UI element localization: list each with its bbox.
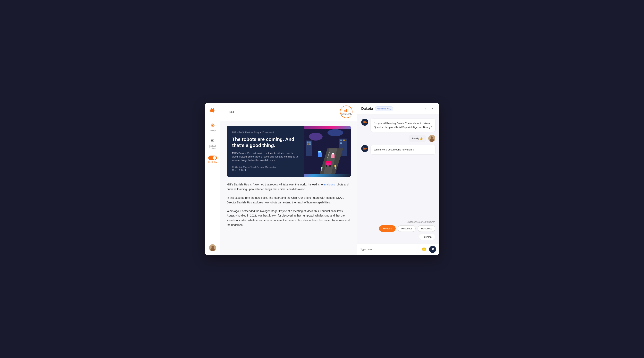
send-icon	[431, 248, 434, 251]
svg-rect-51	[364, 121, 364, 123]
emoji-button[interactable]: 🙂	[421, 246, 427, 252]
svg-rect-24	[309, 142, 311, 143]
svg-rect-60	[364, 147, 364, 150]
svg-rect-13	[344, 110, 344, 112]
svg-rect-9	[211, 142, 213, 142]
close-panel-button[interactable]: ✕	[430, 106, 435, 112]
sidebar-item-toc[interactable]: Table of Contents	[205, 136, 220, 152]
sidebar: Activity Table of Contents Highlights	[205, 103, 220, 255]
svg-rect-55	[366, 122, 366, 123]
activity-icon	[210, 122, 216, 128]
chat-input-area: 🙂	[357, 243, 439, 255]
svg-rect-26	[309, 144, 311, 144]
answer-envelop-label: Envelop	[422, 236, 432, 238]
svg-rect-49	[335, 167, 336, 169]
svg-rect-59	[363, 148, 363, 150]
right-panel: Dakota Academic AI ⓘ ⤢ ✕	[357, 103, 439, 255]
exit-label: Exit	[230, 110, 234, 113]
svg-rect-18	[348, 110, 348, 111]
svg-point-40	[318, 151, 320, 152]
svg-point-41	[320, 151, 321, 152]
svg-rect-53	[365, 121, 365, 124]
expand-button[interactable]: ⤢	[423, 106, 428, 112]
article-area: MIT NEWS: Feature Story • 20 min read Th…	[220, 121, 357, 255]
answer-section: Choose the correct answer: Foresee Recol…	[357, 220, 439, 243]
answer-btn-recollect-1[interactable]: Recollect	[398, 225, 416, 232]
ai-avatar-2	[361, 145, 368, 152]
svg-rect-35	[326, 161, 331, 162]
svg-rect-1	[211, 108, 212, 112]
answer-recollect2-label: Recollect	[421, 227, 432, 230]
answer-btn-envelop[interactable]: Envelop	[419, 234, 435, 240]
svg-rect-14	[345, 109, 345, 112]
sidebar-item-highlights[interactable]: Highlights	[205, 154, 220, 166]
app-logo	[209, 107, 216, 114]
article-para-2: In this excerpt from the new book, The H…	[227, 196, 351, 205]
article-byline: By Daniela Rusarchive & Gregory Monearch…	[232, 166, 298, 168]
svg-point-44	[332, 153, 333, 154]
panel-header: Dakota Academic AI ⓘ ⤢ ✕	[357, 103, 439, 115]
sidebar-item-activity[interactable]: Activity	[205, 120, 220, 134]
ask-dakota-button[interactable]: Ask Dakota	[340, 106, 352, 118]
svg-rect-7	[211, 140, 213, 141]
svg-point-20	[309, 133, 322, 140]
svg-rect-0	[210, 110, 211, 112]
svg-rect-30	[340, 142, 342, 144]
answer-btn-recollect-2[interactable]: Recollect	[418, 225, 435, 232]
svg-rect-2	[212, 109, 213, 112]
app-container: Activity Table of Contents Highlights	[205, 103, 439, 255]
ai-message-2: Which word best means "envision"?	[361, 145, 435, 154]
highlights-toggle[interactable]	[208, 156, 217, 160]
svg-rect-29	[343, 140, 345, 141]
svg-point-11	[212, 246, 214, 248]
svg-rect-47	[321, 169, 322, 171]
top-bar: ← Exit Ask Dakota	[220, 103, 357, 121]
ai-avatar-1	[361, 118, 368, 126]
panel-title: Dakota	[361, 107, 373, 111]
academic-badge: Academic AI ⓘ	[375, 106, 393, 111]
badge-label: Academic AI	[377, 108, 389, 110]
exit-button[interactable]: ← Exit	[225, 110, 234, 114]
article-title: The robots are coming. And that's a good…	[232, 136, 298, 148]
article-meta: MIT NEWS: Feature Story • 20 min read	[232, 131, 298, 134]
svg-point-48	[334, 165, 336, 167]
svg-point-36	[326, 165, 327, 167]
ai-bubble-1: I'm your AI Reading Coach. You're about …	[371, 118, 435, 132]
user-avatar[interactable]	[209, 244, 216, 251]
svg-rect-64	[366, 148, 366, 149]
svg-rect-25	[307, 144, 308, 144]
article-text-side: MIT NEWS: Feature Story • 20 min read Th…	[227, 126, 304, 177]
ai-bubble-2: Which word best means "envision"?	[371, 145, 435, 154]
svg-rect-17	[347, 110, 348, 112]
svg-rect-15	[346, 110, 346, 112]
emoji-icon: 🙂	[422, 247, 426, 252]
article-para-1: MIT's Daniela Rus isn't worried that rob…	[227, 182, 351, 192]
svg-rect-3	[213, 108, 214, 112]
svg-rect-4	[214, 110, 215, 112]
user-message-1: Ready 👍	[361, 135, 435, 142]
svg-point-5	[212, 125, 213, 126]
svg-rect-62	[365, 147, 365, 150]
ask-dakota-label: Ask Dakota	[341, 113, 351, 115]
ai-message-1: I'm your AI Reading Coach. You're about …	[361, 118, 435, 132]
svg-point-21	[328, 129, 343, 136]
highlighted-word-envisions[interactable]: envisions	[324, 183, 335, 186]
svg-rect-16	[346, 109, 346, 112]
article-description: MIT's Daniela Rus isn't worried that rob…	[232, 152, 298, 162]
svg-point-46	[321, 167, 322, 169]
send-button[interactable]	[429, 246, 436, 253]
close-icon: ✕	[432, 107, 434, 110]
svg-rect-23	[307, 142, 308, 143]
article-body: MIT's Daniela Rus isn't worried that rob…	[227, 182, 351, 227]
svg-rect-61	[364, 148, 364, 150]
toc-icon	[210, 138, 216, 144]
main-content: ← Exit Ask Dakota MIT	[220, 103, 357, 255]
svg-rect-6	[211, 140, 214, 140]
answer-btn-foresee[interactable]: Foresee	[379, 225, 396, 232]
article-para-3: Years ago, I befriended the biologist Ro…	[227, 209, 351, 228]
answer-label: Choose the correct answer:	[361, 220, 435, 223]
svg-rect-63	[366, 148, 366, 150]
svg-point-45	[333, 153, 334, 154]
waveform-icon	[344, 109, 348, 112]
chat-input[interactable]	[360, 248, 419, 251]
